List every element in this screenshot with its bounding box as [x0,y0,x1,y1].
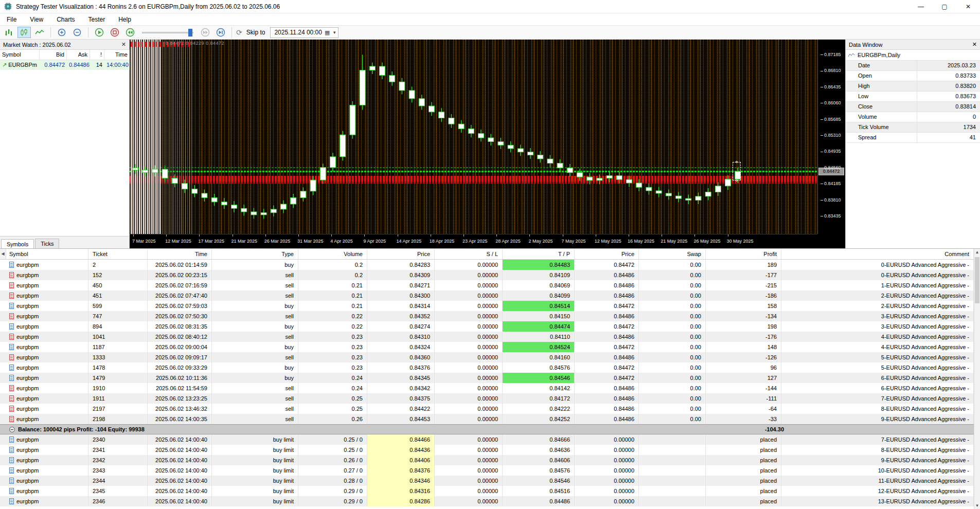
col-header-t-p[interactable]: T / P [503,249,575,259]
table-row[interactable]: eurgbpm8942025.06.02 08:31:35buy0.220.84… [0,321,974,332]
minimize-button[interactable]: — [909,0,933,13]
buy-order-icon [9,262,14,268]
col-header-price[interactable]: Price [575,249,639,259]
table-row[interactable]: eurgbpm23452025.06.02 14:00:40buy limit0… [0,486,974,496]
table-row[interactable]: eurgbpm23422025.06.02 14:00:40buy limit0… [0,455,974,465]
chevron-down-icon[interactable]: ▼ [332,30,336,35]
menu-file[interactable]: File [0,14,23,25]
tab-symbols[interactable]: Symbols [1,239,34,249]
mw-col-symbol[interactable]: Symbol [0,50,40,60]
col-header-price[interactable]: Price [367,249,435,259]
cell: 0.24 [298,373,367,383]
mw-col-time[interactable]: Time [104,50,130,60]
table-row[interactable]: eurgbpm1522025.06.02 00:23:15sell0.20.84… [0,270,974,280]
col-header-type[interactable]: Type [212,249,298,259]
rewind-button[interactable] [123,27,137,38]
col-header-s-l[interactable]: S / L [435,249,503,259]
refresh-icon[interactable]: ⟳ [236,28,242,37]
table-row[interactable]: eurgbpm21972025.06.02 13:46:32sell0.250.… [0,404,974,414]
col-header-volume[interactable]: Volume [298,249,367,259]
table-row[interactable]: eurgbpm23442025.06.02 14:00:40buy limit0… [0,476,974,486]
table-row[interactable]: eurgbpm21982025.06.02 14:00:35sell0.260.… [0,414,974,424]
fast-forward-button[interactable] [199,27,212,38]
mw-col-bid[interactable]: Bid [40,50,67,60]
table-row[interactable]: eurgbpm4512025.06.02 07:47:40sell0.210.8… [0,290,974,301]
skip-to-end-button[interactable] [214,27,227,38]
sell-order-icon [9,272,14,278]
vertical-scrollbar[interactable]: ▲ ▼ [974,249,980,509]
col-header-profit[interactable]: Profit [706,249,781,259]
table-row[interactable]: eurgbpm23412025.06.02 14:00:40buy limit0… [0,445,974,455]
speed-slider[interactable] [142,28,193,37]
stop-button[interactable] [108,27,121,38]
mw-ask-cell[interactable]: 0.84486 [67,60,90,70]
slider-handle[interactable] [188,29,192,37]
table-row[interactable]: eurgbpm11872025.06.02 09:00:04buy0.230.8… [0,342,974,352]
data-window-rows: Date2025.03.23Open0.83733High0.83820Low0… [846,61,980,143]
col-header-time[interactable]: Time [148,249,212,259]
mw-symbol-cell[interactable]: ↗ EURGBPm [0,60,40,70]
table-row[interactable]: eurgbpm13332025.06.02 09:09:17sell0.230.… [0,352,974,362]
cell: -64 [706,404,781,414]
calendar-icon[interactable]: ▦ [325,29,330,36]
zoom-out-button[interactable] [70,27,84,38]
mw-col-alert[interactable]: ! [90,50,104,60]
cell: eurgbpm [0,445,88,455]
skip-to-value[interactable]: 2025.11.24 00:00 [274,29,322,36]
table-row[interactable]: eurgbpm23432025.06.02 14:00:40buy limit0… [0,465,974,476]
skip-to-datetime-input[interactable]: 2025.11.24 00:00 ▦ ▼ [270,27,338,38]
table-row[interactable]: eurgbpm23402025.06.02 14:00:40buy limit0… [0,434,974,445]
cell: 0.25 [298,404,367,414]
col-header-comment[interactable]: Comment [781,249,974,259]
scroll-thumb[interactable] [975,257,979,303]
cell: 747 [88,311,148,321]
table-row[interactable]: eurgbpm23462025.06.02 14:00:40buy limit0… [0,496,974,506]
close-button[interactable]: ✕ [956,0,980,13]
col-header-symbol[interactable]: Symbol [0,249,88,259]
chart-panel[interactable]: 0.84472 0.84229 0.84472 0.84472 0.871850… [130,40,845,248]
cell [639,445,706,455]
chart-plot-area[interactable]: 0.84472 0.84229 0.84472 [130,40,817,234]
scroll-left-arrow[interactable]: ◀ [0,249,6,259]
cell: 0.00000 [435,434,503,445]
mw-time-cell[interactable]: 14:00:40 [104,60,130,70]
scroll-down-arrow[interactable]: ▼ [974,502,980,509]
date-axis[interactable]: 7 Mar 202512 Mar 202517 Mar 202521 Mar 2… [130,234,817,248]
table-row[interactable]: eurgbpm14782025.06.02 09:33:29buy0.230.8… [0,362,974,373]
line-chart-button[interactable] [33,27,46,38]
scroll-up-arrow[interactable]: ▲ [974,249,980,256]
collapse-icon[interactable]: − [9,427,15,432]
mw-spread-cell[interactable]: 14 [90,60,104,70]
maximize-button[interactable]: ▢ [933,0,956,13]
close-icon[interactable]: ✕ [121,41,126,48]
cell: eurgbpm [0,352,88,362]
table-row[interactable]: eurgbpm5992025.06.02 07:59:03buy0.210.84… [0,301,974,311]
table-row[interactable]: eurgbpm14792025.06.02 10:11:36buy0.240.8… [0,373,974,383]
menu-tester[interactable]: Tester [81,14,112,25]
menu-view[interactable]: View [23,14,50,25]
table-row[interactable]: eurgbpm22025.06.02 01:14:59buy0.20.84283… [0,260,974,270]
balance-row[interactable]: −Balance: 100042 pips Profit: -104 Equit… [0,424,974,434]
close-icon[interactable]: ✕ [972,41,977,48]
mw-col-ask[interactable]: Ask [67,50,90,60]
menu-help[interactable]: Help [112,14,138,25]
table-row[interactable]: eurgbpm10412025.06.02 08:40:12sell0.230.… [0,332,974,342]
menu-charts[interactable]: Charts [50,14,81,25]
table-row[interactable]: eurgbpm19112025.06.02 13:23:25sell0.250.… [0,393,974,404]
candlestick-chart-button[interactable] [17,27,31,38]
bar-chart-button[interactable] [2,27,15,38]
table-row[interactable]: eurgbpm7472025.06.02 07:50:30sell0.220.8… [0,311,974,321]
mw-bid-cell[interactable]: 0.84472 [40,60,67,70]
cell: 0.84576 [503,362,575,373]
cell: 0.24 [298,383,367,393]
col-header-swap[interactable]: Swap [639,249,706,259]
price-axis[interactable]: 0.84472 0.871850.868100.864350.860600.85… [817,40,845,234]
cell: buy [212,260,298,270]
data-window-panel: Data Window ✕ EURGBPm,Daily Date2025.03.… [845,40,980,248]
table-row[interactable]: eurgbpm19102025.06.02 11:54:59sell0.240.… [0,383,974,393]
tab-ticks[interactable]: Ticks [35,239,59,248]
table-row[interactable]: eurgbpm4502025.06.02 07:16:59sell0.210.8… [0,280,974,290]
play-button[interactable] [93,27,106,38]
col-header-ticket[interactable]: Ticket [88,249,148,259]
zoom-in-button[interactable] [55,27,68,38]
